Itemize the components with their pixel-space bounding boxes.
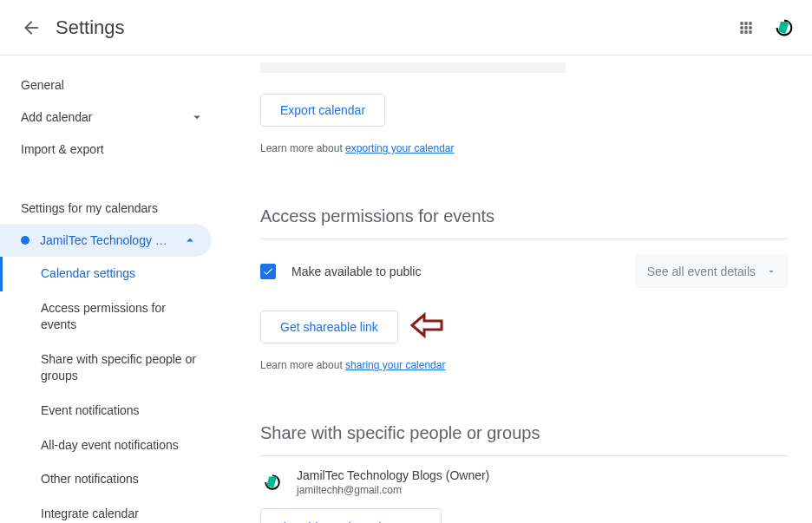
sidebar-item-import-export[interactable]: Import & export — [0, 134, 226, 165]
share-people-heading: Share with specific people or groups — [260, 423, 788, 443]
sidebar-section-my-calendars: Settings for my calendars — [0, 193, 226, 224]
back-button[interactable] — [14, 10, 49, 45]
main-panel: Export calendar Learn more about exporti… — [226, 56, 812, 523]
access-permissions-heading: Access permissions for events — [260, 206, 788, 226]
subnav-share-specific[interactable]: Share with specific people or groups — [0, 343, 226, 394]
public-label: Make available to public — [291, 265, 636, 278]
jt-logo-icon — [772, 16, 796, 40]
public-permission-row: Make available to public See all event d… — [260, 239, 788, 304]
owner-avatar — [260, 470, 285, 494]
owner-row: JamilTec Technology Blogs (Owner) jamilt… — [260, 456, 788, 508]
dropdown-arrow-icon — [766, 266, 776, 277]
user-avatar[interactable] — [770, 14, 798, 42]
visibility-select[interactable]: See all event details — [636, 255, 788, 288]
subnav-calendar-settings[interactable]: Calendar settings — [0, 257, 226, 291]
cutoff-content-box — [260, 62, 566, 73]
apps-grid-icon — [737, 19, 755, 36]
owner-name: JamilTec Technology Blogs (Owner) — [297, 468, 489, 482]
learn-more-prefix: Learn more about — [260, 142, 345, 154]
learn-more-prefix: Learn more about — [260, 359, 345, 371]
content: General Add calendar Import & export Set… — [0, 56, 812, 523]
owner-email: jamiltechh@gmail.com — [297, 484, 489, 496]
chevron-up-icon — [182, 232, 198, 248]
sidebar-item-add-calendar[interactable]: Add calendar — [0, 101, 226, 134]
arrow-back-icon — [21, 17, 42, 38]
jt-logo-icon — [261, 471, 284, 494]
learn-more-share: Learn more about sharing your calendar — [260, 359, 788, 371]
add-people-button[interactable]: + Add people and groups — [260, 508, 442, 523]
share-link-row: Get shareable link — [260, 311, 788, 343]
calendar-name-label: JamilTec Technology … — [40, 233, 182, 247]
subnav-integrate-calendar[interactable]: Integrate calendar — [0, 497, 226, 523]
subnav-event-notifications[interactable]: Event notifications — [0, 394, 226, 428]
subnav-other-notifications[interactable]: Other notifications — [0, 462, 226, 497]
sidebar-item-general[interactable]: General — [0, 69, 226, 101]
export-calendar-button[interactable]: Export calendar — [260, 94, 385, 127]
check-icon — [262, 265, 274, 278]
add-people-label: Add people and groups — [297, 520, 422, 524]
chevron-down-icon — [189, 109, 205, 125]
learn-more-export: Learn more about exporting your calendar — [260, 142, 788, 154]
exporting-calendar-link[interactable]: exporting your calendar — [345, 142, 454, 154]
owner-info: JamilTec Technology Blogs (Owner) jamilt… — [297, 468, 489, 496]
apps-launcher[interactable] — [729, 10, 763, 45]
page-title: Settings — [56, 16, 125, 39]
sidebar-item-label: Add calendar — [21, 110, 93, 124]
calendar-color-dot — [21, 236, 29, 245]
get-shareable-link-button[interactable]: Get shareable link — [260, 311, 398, 343]
public-checkbox[interactable] — [260, 264, 276, 279]
header: Settings — [0, 0, 812, 56]
sidebar: General Add calendar Import & export Set… — [0, 56, 226, 523]
annotation-arrow-icon — [409, 312, 443, 342]
visibility-select-label: See all event details — [647, 265, 756, 278]
sharing-calendar-link[interactable]: sharing your calendar — [345, 359, 445, 371]
subnav-access-permissions[interactable]: Access permissions for events — [0, 291, 226, 343]
subnav-allday-notifications[interactable]: All-day event notifications — [0, 428, 226, 463]
calendar-item[interactable]: JamilTec Technology … — [0, 224, 212, 257]
plus-icon: + — [280, 518, 290, 523]
